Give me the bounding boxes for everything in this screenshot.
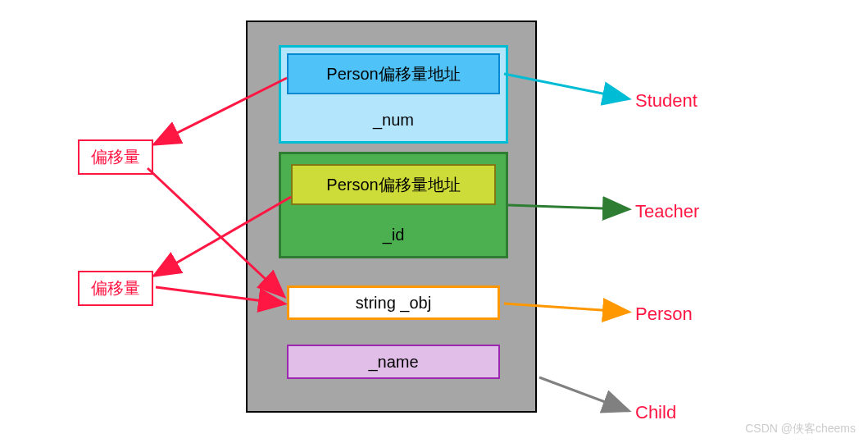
arrow-to-child-label xyxy=(539,377,627,410)
child-member-label: _name xyxy=(368,353,418,372)
class-label-person: Person xyxy=(635,304,693,325)
offset-label-2: 偏移量 xyxy=(78,271,153,306)
teacher-inner-label: Person偏移量地址 xyxy=(326,174,460,196)
person-member-block: string _obj xyxy=(287,285,500,320)
teacher-offset-address: Person偏移量地址 xyxy=(291,164,496,205)
child-member-block: _name xyxy=(287,345,500,379)
class-label-student: Student xyxy=(635,90,698,112)
offset-text-2: 偏移量 xyxy=(91,279,140,297)
offset-label-1: 偏移量 xyxy=(78,139,153,175)
class-label-child: Child xyxy=(635,402,676,423)
student-member-label: _num xyxy=(279,111,508,130)
class-label-teacher: Teacher xyxy=(635,201,699,222)
person-member-label: string _obj xyxy=(356,294,431,313)
student-inner-label: Person偏移量地址 xyxy=(326,63,460,85)
teacher-member-label: _id xyxy=(279,226,508,244)
watermark-text: CSDN @侠客cheems xyxy=(745,422,856,436)
offset-text-1: 偏移量 xyxy=(91,148,140,166)
student-offset-address: Person偏移量地址 xyxy=(287,53,500,94)
